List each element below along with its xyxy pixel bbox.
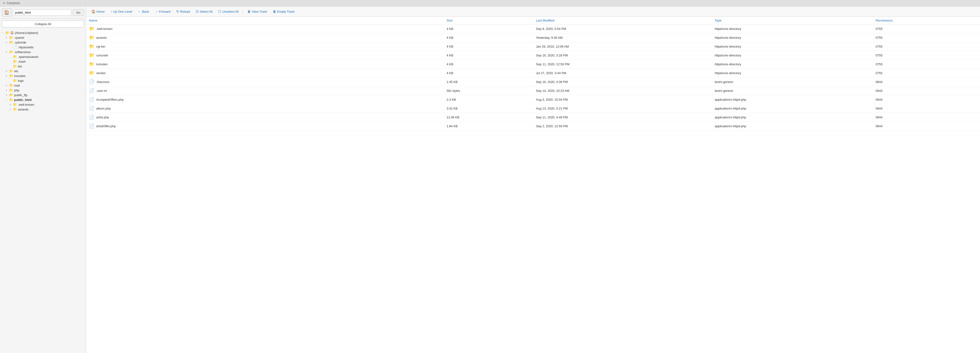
tree-item-cpanel[interactable]: + 📁 .cpanel	[0, 35, 86, 40]
tree-item-php[interactable]: + 📁 php	[0, 88, 86, 92]
file-name-cell: 📁 vendor	[86, 68, 444, 78]
folder-icon: 📁	[89, 35, 94, 40]
table-row[interactable]: 📁 assests 4 KB Yesterday, 9:30 AM httpd/…	[86, 33, 980, 42]
tree-item-well-known[interactable]: + 📁 .well-known	[0, 102, 86, 107]
tree-label: php	[14, 89, 19, 92]
collapse-all-button[interactable]: Collapse All	[2, 21, 84, 27]
col-header-type[interactable]: Type	[712, 17, 873, 24]
col-header-modified[interactable]: Last Modified	[533, 17, 712, 24]
table-row[interactable]: 📄 .htaccess 1.45 KB Sep 16, 2020, 4:38 P…	[86, 78, 980, 86]
empty-trash-button[interactable]: 🗑 Empty Trash	[270, 8, 297, 14]
view-trash-button[interactable]: 🗑 View Trash	[245, 8, 269, 14]
tree-item-htpasswds[interactable]: 📄 .htpasswds	[0, 45, 86, 49]
file-permissions: 0644	[873, 122, 980, 130]
col-header-size[interactable]: Size	[444, 17, 533, 24]
sidebar-toolbar: 🏠 Go	[0, 6, 86, 19]
up-one-level-button[interactable]: ↑ Up One Level	[108, 8, 135, 14]
table-row[interactable]: 📁 includes 4 KB Sep 11, 2020, 12:50 PM h…	[86, 60, 980, 68]
file-modified: Sep 9, 2020, 5:04 PM	[533, 24, 712, 33]
tree-label: assests	[18, 108, 29, 111]
file-generic-icon: 📄	[89, 79, 94, 84]
tree-item-assests[interactable]: + 📁 assests	[0, 107, 86, 112]
folder-icon: 📁	[9, 36, 13, 40]
reload-label: Reload	[180, 10, 190, 13]
tree-item-public-ftp[interactable]: + 📁 public_ftp	[0, 92, 86, 97]
file-modified: Jul 27, 2020, 3:44 PM	[533, 68, 712, 78]
table-row[interactable]: 📄 AcceptedOffers.php 2.3 KB Aug 3, 2020,…	[86, 95, 980, 104]
file-type: text/x-generic	[712, 78, 873, 86]
select-all-button[interactable]: ☑ Select All	[193, 8, 215, 14]
tree-label: (/home1/ripleect)	[15, 31, 38, 35]
file-permissions: 0644	[873, 86, 980, 95]
reload-button[interactable]: ↻ Reload	[174, 8, 192, 14]
file-modified: Aug 3, 2020, 10:04 PM	[533, 95, 712, 104]
file-type: text/x-generic	[712, 86, 873, 95]
file-table: Name Size Last Modified Type Permissions…	[86, 17, 980, 130]
table-row[interactable]: 📄 artist.php 12.06 KB Sep 11, 2020, 4:49…	[86, 113, 980, 122]
expand-icon: +	[6, 89, 8, 92]
file-permissions: 0755	[873, 60, 980, 68]
sidebar-home-button[interactable]: 🏠	[2, 8, 11, 16]
table-row[interactable]: 📄 .user.ini 581 bytes Sep 14, 2020, 10:2…	[86, 86, 980, 95]
forward-button[interactable]: → Forward	[153, 8, 173, 14]
table-row[interactable]: 📄 artistOffer.php 1.84 KB Sep 2, 2020, 1…	[86, 122, 980, 130]
view-trash-label: View Trash	[252, 10, 267, 13]
table-row[interactable]: 📁 .well-known 4 KB Sep 9, 2020, 5:04 PM …	[86, 24, 980, 33]
app-icon: ✦	[3, 2, 5, 5]
file-type: application/x-httpd-php	[712, 104, 873, 113]
table-row[interactable]: 📁 concrete 4 KB Sep 16, 2020, 3:28 PM ht…	[86, 51, 980, 60]
file-permissions: 0755	[873, 24, 980, 33]
path-input[interactable]	[13, 10, 71, 16]
unselect-all-button[interactable]: ☐ Unselect All	[216, 8, 241, 14]
file-panel: 🏠 Home ↑ Up One Level ← Back → Forward ↻	[86, 6, 980, 353]
tree-item-public-html[interactable]: − 📁 public_html	[0, 97, 86, 102]
file-php-icon: 📄	[89, 97, 94, 102]
file-size: 4 KB	[444, 42, 533, 51]
main-content: 🏠 Go Collapse All − 📁 🏠 (/home1/ripleect…	[0, 6, 980, 353]
tree-item-logs[interactable]: 📁 logs	[0, 78, 86, 83]
folder-icon: 📁	[9, 74, 13, 78]
up-one-level-label: Up One Level	[113, 10, 132, 13]
file-name-cell: 📁 .well-known	[86, 24, 444, 33]
expand-icon: +	[6, 51, 8, 53]
tree-item-trash[interactable]: 📁 .trash	[0, 59, 86, 64]
folder-icon: 📁	[5, 31, 10, 35]
empty-trash-label: Empty Trash	[277, 10, 294, 13]
col-header-permissions[interactable]: Permissions	[873, 17, 980, 24]
file-permissions: 0644	[873, 113, 980, 122]
go-button[interactable]: Go	[73, 10, 84, 16]
expand-icon: +	[6, 70, 8, 73]
forward-label: Forward	[159, 10, 170, 13]
file-name: AcceptedOffers.php	[96, 98, 124, 102]
col-header-name[interactable]: Name	[86, 17, 444, 24]
tree-item-includes[interactable]: + 📁 includes	[0, 73, 86, 78]
table-row[interactable]: 📁 vendor 4 KB Jul 27, 2020, 3:44 PM http…	[86, 68, 980, 78]
tree-item-etc[interactable]: + 📁 etc	[0, 68, 86, 73]
sidebar-tree: − 📁 🏠 (/home1/ripleect) + 📁 .cpanel + 📁 …	[0, 29, 86, 353]
table-row[interactable]: 📄 album.php 3.02 KB Aug 13, 2020, 5:21 P…	[86, 104, 980, 113]
file-size: 581 bytes	[444, 86, 533, 95]
tree-item-cphorde[interactable]: + 📁 .cphorde	[0, 40, 86, 45]
file-modified: Sep 16, 2020, 4:38 PM	[533, 78, 712, 86]
tree-label: .cphorde	[14, 41, 26, 44]
file-size: 4 KB	[444, 24, 533, 33]
file-name: includes	[96, 62, 108, 66]
file-permissions: 0644	[873, 95, 980, 104]
tree-item-root[interactable]: − 📁 🏠 (/home1/ripleect)	[0, 30, 86, 35]
file-size: 4 KB	[444, 33, 533, 42]
tree-item-softaculous[interactable]: + 📁 .softaculous	[0, 49, 86, 54]
tree-item-spamassassin[interactable]: 📁 .spamassassin	[0, 54, 86, 59]
home-button[interactable]: 🏠 Home	[89, 8, 107, 14]
tree-item-bin[interactable]: 📁 bin	[0, 64, 86, 68]
tree-item-mail[interactable]: + 📁 mail	[0, 83, 86, 88]
back-button[interactable]: ← Back	[135, 8, 151, 14]
home-label: Home	[96, 10, 105, 13]
tree-label: mail	[14, 84, 20, 87]
toolbar-separator	[243, 9, 243, 14]
tree-label: .softaculous	[14, 50, 30, 54]
file-name-cell: 📁 concrete	[86, 51, 444, 60]
tree-label: .trash	[18, 60, 26, 64]
file-permissions: 0755	[873, 33, 980, 42]
file-name-cell: 📁 includes	[86, 60, 444, 68]
table-row[interactable]: 📁 cgi-bin 4 KB Jan 29, 2016, 12:06 AM ht…	[86, 42, 980, 51]
